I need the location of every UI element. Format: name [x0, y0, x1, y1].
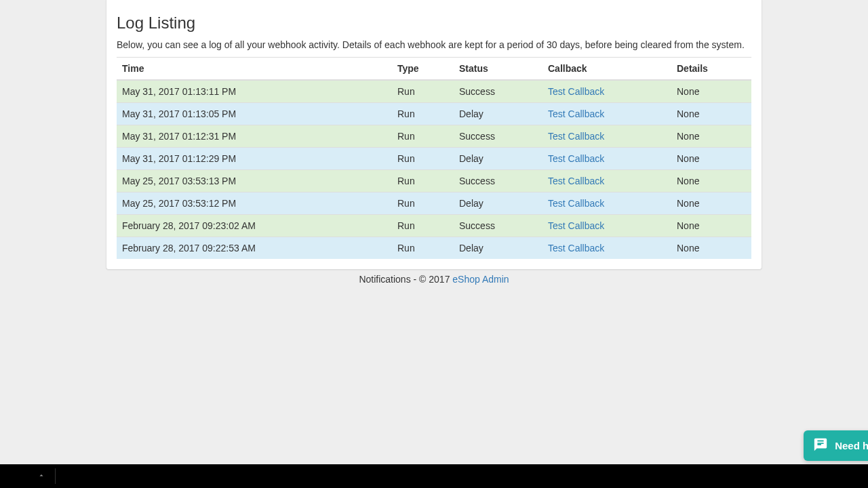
cell-callback: Test Callback: [542, 237, 671, 260]
cell-callback: Test Callback: [542, 192, 671, 215]
callback-link[interactable]: Test Callback: [548, 131, 604, 142]
callback-link[interactable]: Test Callback: [548, 243, 604, 253]
chevron-up-icon[interactable]: [37, 471, 45, 481]
callback-link[interactable]: Test Callback: [548, 176, 604, 186]
table-row: February 28, 2017 09:22:53 AMRunDelayTes…: [117, 237, 751, 260]
log-panel: Log Listing Below, you can see a log of …: [106, 0, 762, 270]
table-row: May 25, 2017 03:53:13 PMRunSuccessTest C…: [117, 170, 751, 192]
callback-link[interactable]: Test Callback: [548, 198, 604, 209]
col-header-time: Time: [117, 58, 392, 81]
cell-time: May 25, 2017 03:53:13 PM: [117, 170, 392, 192]
cell-status: Delay: [454, 148, 542, 170]
cell-time: May 31, 2017 01:12:31 PM: [117, 125, 392, 148]
help-label: Need help?: [835, 440, 868, 451]
footer-text: Notifications - © 2017: [359, 274, 452, 285]
cell-time: February 28, 2017 09:22:53 AM: [117, 237, 392, 260]
cell-status: Success: [454, 125, 542, 148]
col-header-details: Details: [671, 58, 751, 81]
cell-type: Run: [392, 125, 454, 148]
cell-status: Success: [454, 80, 542, 103]
cell-callback: Test Callback: [542, 148, 671, 170]
cell-details: None: [671, 237, 751, 260]
cell-callback: Test Callback: [542, 170, 671, 192]
table-row: May 25, 2017 03:53:12 PMRunDelayTest Cal…: [117, 192, 751, 215]
col-header-type: Type: [392, 58, 454, 81]
cell-details: None: [671, 125, 751, 148]
table-row: May 31, 2017 01:13:05 PMRunDelayTest Cal…: [117, 103, 751, 125]
cell-details: None: [671, 192, 751, 215]
bar-divider: [55, 468, 56, 484]
cell-time: May 31, 2017 01:13:05 PM: [117, 103, 392, 125]
callback-link[interactable]: Test Callback: [548, 220, 604, 231]
cell-time: May 31, 2017 01:12:29 PM: [117, 148, 392, 170]
cell-details: None: [671, 148, 751, 170]
cell-callback: Test Callback: [542, 215, 671, 237]
cell-callback: Test Callback: [542, 125, 671, 148]
cell-time: May 31, 2017 01:13:11 PM: [117, 80, 392, 103]
cell-type: Run: [392, 103, 454, 125]
cell-status: Delay: [454, 237, 542, 260]
footer-link[interactable]: eShop Admin: [452, 274, 509, 285]
cell-type: Run: [392, 237, 454, 260]
cell-time: May 25, 2017 03:53:12 PM: [117, 192, 392, 215]
cell-details: None: [671, 170, 751, 192]
cell-time: February 28, 2017 09:23:02 AM: [117, 215, 392, 237]
cell-status: Success: [454, 215, 542, 237]
cell-callback: Test Callback: [542, 80, 671, 103]
table-row: May 31, 2017 01:13:11 PMRunSuccessTest C…: [117, 80, 751, 103]
cell-details: None: [671, 103, 751, 125]
col-header-callback: Callback: [542, 58, 671, 81]
cell-callback: Test Callback: [542, 103, 671, 125]
callback-link[interactable]: Test Callback: [548, 153, 604, 164]
help-widget[interactable]: Need help?: [804, 430, 868, 461]
cell-type: Run: [392, 192, 454, 215]
cell-details: None: [671, 215, 751, 237]
cell-type: Run: [392, 170, 454, 192]
table-header-row: Time Type Status Callback Details: [117, 58, 751, 81]
page-title: Log Listing: [117, 14, 751, 33]
log-table: Time Type Status Callback Details May 31…: [117, 57, 751, 259]
table-row: February 28, 2017 09:23:02 AMRunSuccessT…: [117, 215, 751, 237]
col-header-status: Status: [454, 58, 542, 81]
page-description: Below, you can see a log of all your web…: [117, 39, 751, 50]
table-row: May 31, 2017 01:12:31 PMRunSuccessTest C…: [117, 125, 751, 148]
bottom-bar: [0, 464, 868, 488]
footer: Notifications - © 2017 eShop Admin: [0, 274, 868, 285]
chat-icon: [813, 437, 828, 454]
cell-status: Delay: [454, 103, 542, 125]
cell-status: Delay: [454, 192, 542, 215]
callback-link[interactable]: Test Callback: [548, 108, 604, 119]
cell-details: None: [671, 80, 751, 103]
cell-type: Run: [392, 215, 454, 237]
cell-type: Run: [392, 80, 454, 103]
cell-status: Success: [454, 170, 542, 192]
callback-link[interactable]: Test Callback: [548, 86, 604, 97]
table-row: May 31, 2017 01:12:29 PMRunDelayTest Cal…: [117, 148, 751, 170]
cell-type: Run: [392, 148, 454, 170]
